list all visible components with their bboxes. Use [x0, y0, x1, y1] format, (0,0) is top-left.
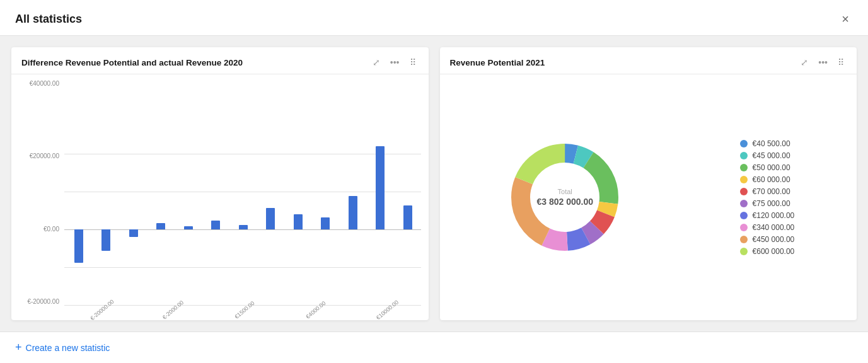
y-label-top: €40000.00: [19, 81, 59, 87]
legend-label-2: €45 000.00: [753, 151, 790, 160]
legend-dot-2: [740, 152, 748, 159]
legend-item-5: €70 000.00: [740, 187, 795, 196]
legend-item-6: €75 000.00: [740, 199, 795, 208]
donut-chart-more-icon[interactable]: •••: [816, 56, 830, 69]
close-button[interactable]: ×: [838, 11, 853, 26]
bar-group-8: [257, 154, 284, 305]
bar-9: [294, 214, 303, 229]
bar-group-5: [174, 154, 202, 305]
bar-8: [266, 208, 275, 229]
legend-item-4: €60 000.00: [740, 175, 795, 184]
bar-group-3: [119, 154, 147, 305]
legend-item-10: €600 000.00: [740, 247, 795, 256]
bar-10: [321, 217, 330, 229]
legend-dot-7: [740, 212, 748, 219]
legend-label-1: €40 500.00: [753, 139, 790, 148]
y-label-2: €20000.00: [19, 153, 59, 159]
bar-group-9: [284, 154, 311, 305]
donut-legend: €40 500.00 €45 000.00 €50 000.00 €60 000…: [740, 139, 795, 256]
y-label-zero: €0.00: [19, 226, 59, 233]
bar-chart-header: Difference Revenue Potential and actual …: [11, 47, 429, 74]
donut-chart-header: Revenue Potential 2021 ⤢ ••• ⠿: [440, 47, 857, 74]
bar-group-1: [64, 154, 92, 305]
create-statistic-button[interactable]: + Create a new statistic: [15, 341, 110, 354]
bar-2: [101, 229, 110, 251]
bar-chart-expand-icon[interactable]: ⤢: [370, 56, 383, 69]
bar-chart-container: €40000.00 €20000.00 €0.00 €-20000.00: [19, 81, 421, 314]
bar-group-2: [92, 154, 120, 305]
bar-13: [403, 205, 412, 229]
legend-item-8: €340 000.00: [740, 223, 795, 232]
bar-group-7: [229, 154, 257, 305]
x-axis: €-20000.00 €-2000.00 €1500.00 €4000.00 €…: [19, 308, 421, 314]
legend-label-4: €60 000.00: [753, 175, 790, 184]
legend-dot-3: [740, 164, 748, 171]
create-statistic-label: Create a new statistic: [26, 343, 110, 353]
footer: + Create a new statistic: [0, 331, 868, 363]
legend-dot-10: [740, 248, 748, 255]
bar-group-6: [202, 154, 229, 305]
bar-7: [239, 225, 248, 229]
bar-chart-grid-icon[interactable]: ⠿: [407, 56, 419, 69]
donut-center-label: Total: [536, 188, 593, 195]
bar-11: [349, 196, 357, 229]
bar-chart-body: €40000.00 €20000.00 €0.00 €-20000.00: [11, 74, 429, 320]
legend-label-6: €75 000.00: [753, 199, 790, 208]
bar-chart-more-icon[interactable]: •••: [388, 56, 402, 69]
legend-label-7: €120 000.00: [753, 211, 795, 220]
legend-dot-5: [740, 188, 748, 195]
bar-group-12: [366, 154, 394, 305]
legend-item-7: €120 000.00: [740, 211, 795, 220]
bar-6: [211, 221, 220, 229]
bar-group-11: [339, 154, 366, 305]
legend-dot-9: [740, 236, 748, 243]
y-axis: €40000.00 €20000.00 €0.00 €-20000.00: [19, 81, 64, 305]
bar-group-13: [393, 154, 421, 305]
legend-dot-6: [740, 200, 748, 207]
legend-label-8: €340 000.00: [753, 223, 795, 232]
plus-icon: +: [15, 341, 22, 354]
legend-label-3: €50 000.00: [753, 163, 790, 172]
bar-group-4: [147, 154, 175, 305]
dialog-header: All statistics ×: [0, 0, 868, 36]
legend-item-3: €50 000.00: [740, 163, 795, 172]
donut-center-text: Total €3 802 000.00: [536, 188, 593, 207]
dialog-title: All statistics: [15, 13, 82, 26]
legend-dot-1: [740, 140, 748, 147]
donut-chart-card: Revenue Potential 2021 ⤢ ••• ⠿: [440, 47, 857, 320]
bar-3: [129, 229, 138, 237]
bar-12: [376, 146, 385, 229]
bar-4: [156, 223, 165, 229]
legend-label-5: €70 000.00: [753, 187, 790, 196]
donut-chart-actions: ⤢ ••• ⠿: [798, 56, 847, 69]
donut-chart-body: Total €3 802 000.00 €40 500.00 €45 000.0…: [440, 74, 857, 320]
donut-chart-expand-icon[interactable]: ⤢: [798, 56, 811, 69]
bar-chart-area: €40000.00 €20000.00 €0.00 €-20000.00: [19, 81, 421, 305]
legend-label-9: €450 000.00: [753, 235, 795, 244]
donut-chart-wrapper: Total €3 802 000.00: [502, 134, 628, 260]
donut-center-value: €3 802 000.00: [536, 197, 593, 207]
bar-1: [74, 229, 83, 263]
donut-chart-title: Revenue Potential 2021: [450, 58, 545, 67]
legend-item-2: €45 000.00: [740, 151, 795, 160]
legend-dot-8: [740, 224, 748, 231]
legend-label-10: €600 000.00: [753, 247, 795, 256]
legend-dot-4: [740, 176, 748, 183]
bar-chart-actions: ⤢ ••• ⠿: [370, 56, 419, 69]
bar-group-10: [311, 154, 339, 305]
donut-chart-grid-icon[interactable]: ⠿: [835, 56, 847, 69]
bars-area: [64, 154, 421, 305]
legend-item-9: €450 000.00: [740, 235, 795, 244]
main-content: Difference Revenue Potential and actual …: [0, 36, 868, 331]
bar-5: [184, 226, 193, 229]
y-label-bottom: €-20000.00: [19, 299, 59, 305]
bar-chart-card: Difference Revenue Potential and actual …: [11, 47, 429, 320]
legend-item-1: €40 500.00: [740, 139, 795, 148]
bar-chart-title: Difference Revenue Potential and actual …: [21, 58, 243, 67]
